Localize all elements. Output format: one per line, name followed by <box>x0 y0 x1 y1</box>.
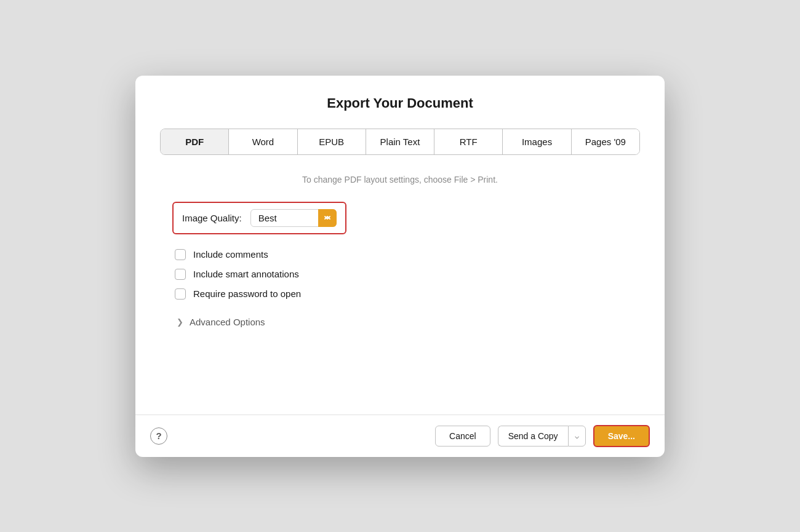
checkbox-label-password: Require password to open <box>193 288 301 299</box>
send-copy-group: Send a Copy ⌵ <box>498 426 586 447</box>
image-quality-label: Image Quality: <box>182 213 242 223</box>
checkbox-label-annotations: Include smart annotations <box>193 269 299 279</box>
help-button[interactable]: ? <box>150 427 167 445</box>
checkbox-require-password[interactable]: Require password to open <box>175 288 628 300</box>
dialog-footer: ? Cancel Send a Copy ⌵ Save... <box>135 415 665 457</box>
checkbox-box-annotations <box>175 269 186 280</box>
tab-word[interactable]: Word <box>229 129 297 154</box>
cancel-button[interactable]: Cancel <box>435 426 490 447</box>
dialog-title: Export Your Document <box>160 95 640 111</box>
checkbox-box-password <box>175 288 186 300</box>
image-quality-row: Image Quality: Best Better Good <box>172 202 346 234</box>
tab-epub[interactable]: EPUB <box>298 129 366 154</box>
checkbox-include-annotations[interactable]: Include smart annotations <box>175 269 628 280</box>
tab-pages09[interactable]: Pages '09 <box>572 129 639 154</box>
send-copy-chevron-button[interactable]: ⌵ <box>568 426 586 447</box>
tab-pdf[interactable]: PDF <box>161 129 229 154</box>
content-area: To change PDF layout settings, choose Fi… <box>160 175 640 327</box>
dialog-body: Export Your Document PDF Word EPUB Plain… <box>135 76 665 415</box>
tab-plain-text[interactable]: Plain Text <box>366 129 434 154</box>
checkbox-list: Include comments Include smart annotatio… <box>172 249 628 300</box>
footer-right: Cancel Send a Copy ⌵ Save... <box>435 425 650 447</box>
export-dialog: Export Your Document PDF Word EPUB Plain… <box>135 76 665 457</box>
chevron-right-icon: ❯ <box>175 317 185 327</box>
tab-images[interactable]: Images <box>503 129 571 154</box>
image-quality-select-wrapper: Best Better Good <box>250 209 337 227</box>
checkbox-include-comments[interactable]: Include comments <box>175 249 628 260</box>
tab-rtf[interactable]: RTF <box>434 129 503 154</box>
checkbox-label-comments: Include comments <box>193 249 268 260</box>
checkbox-box-comments <box>175 249 186 260</box>
tab-bar: PDF Word EPUB Plain Text RTF Images Page… <box>160 129 640 155</box>
hint-text: To change PDF layout settings, choose Fi… <box>172 175 628 185</box>
advanced-options-label: Advanced Options <box>190 317 265 327</box>
image-quality-select[interactable]: Best Better Good <box>250 209 337 227</box>
send-copy-button[interactable]: Send a Copy <box>498 426 568 447</box>
save-button[interactable]: Save... <box>593 425 650 447</box>
advanced-options-row[interactable]: ❯ Advanced Options <box>172 317 628 327</box>
